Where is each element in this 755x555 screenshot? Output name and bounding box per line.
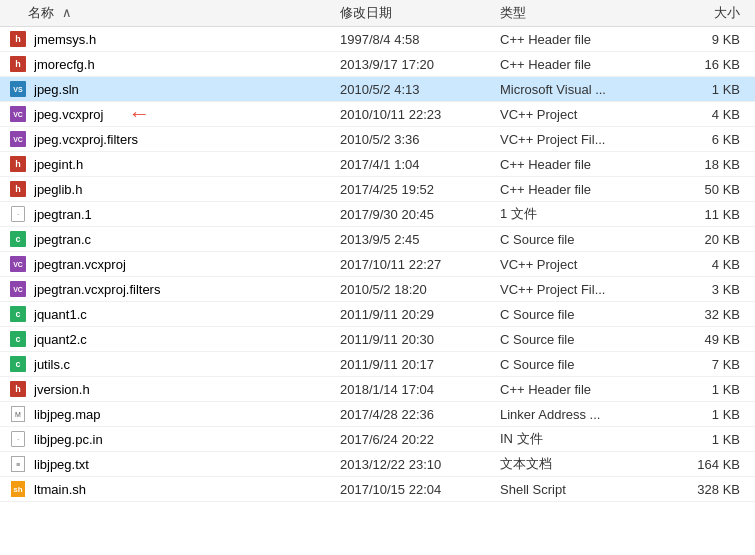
file-size: 18 KB xyxy=(670,157,750,172)
file-size: 328 KB xyxy=(670,482,750,497)
table-row[interactable]: VC jpeg.vcxproj 2010/10/11 22:23 VC++ Pr… xyxy=(0,102,755,127)
col-date-label: 修改日期 xyxy=(340,5,392,20)
file-icon-h: h xyxy=(6,180,30,198)
table-row[interactable]: VC jpegtran.vcxproj 2017/10/11 22:27 VC+… xyxy=(0,252,755,277)
file-name-cell: c jquant1.c xyxy=(0,305,340,323)
file-size: 6 KB xyxy=(670,132,750,147)
table-row[interactable]: c jutils.c 2011/9/11 20:17 C Source file… xyxy=(0,352,755,377)
file-icon-vcxproj: VC xyxy=(6,105,30,123)
file-type: C Source file xyxy=(500,307,670,322)
file-icon-map: M xyxy=(6,405,30,423)
file-name: jpegtran.vcxproj.filters xyxy=(34,282,160,297)
file-name-cell: h jmemsys.h xyxy=(0,30,340,48)
table-row[interactable]: c jpegtran.c 2013/9/5 2:45 C Source file… xyxy=(0,227,755,252)
table-row[interactable]: h jmemsys.h 1997/8/4 4:58 C++ Header fil… xyxy=(0,27,755,52)
file-name: jquant1.c xyxy=(34,307,87,322)
file-date: 2013/12/22 23:10 xyxy=(340,457,500,472)
file-icon-vcxproj: VC xyxy=(6,130,30,148)
file-name: jversion.h xyxy=(34,382,90,397)
file-type: VC++ Project xyxy=(500,107,670,122)
col-name-label: 名称 xyxy=(28,5,54,20)
file-size: 4 KB xyxy=(670,257,750,272)
file-type: VC++ Project Fil... xyxy=(500,132,670,147)
file-list: 名称 ∧ 修改日期 类型 大小 h jmemsys.h 1997/8/4 4:5… xyxy=(0,0,755,502)
file-size: 20 KB xyxy=(670,232,750,247)
table-row[interactable]: c jquant1.c 2011/9/11 20:29 C Source fil… xyxy=(0,302,755,327)
col-size-header[interactable]: 大小 xyxy=(670,4,750,22)
file-size: 1 KB xyxy=(670,82,750,97)
table-row[interactable]: · libjpeg.pc.in 2017/6/24 20:22 IN 文件 1 … xyxy=(0,427,755,452)
col-date-header[interactable]: 修改日期 xyxy=(340,4,500,22)
file-name-cell: c jquant2.c xyxy=(0,330,340,348)
file-name: ltmain.sh xyxy=(34,482,86,497)
file-name: jpegint.h xyxy=(34,157,83,172)
file-date: 2017/4/1 1:04 xyxy=(340,157,500,172)
file-name-cell: c jutils.c xyxy=(0,355,340,373)
file-size: 32 KB xyxy=(670,307,750,322)
file-size: 9 KB xyxy=(670,32,750,47)
file-name: jmorecfg.h xyxy=(34,57,95,72)
file-name-cell: h jpegint.h xyxy=(0,155,340,173)
file-name: jquant2.c xyxy=(34,332,87,347)
file-date: 2018/1/14 17:04 xyxy=(340,382,500,397)
table-row[interactable]: VC jpeg.vcxproj.filters 2010/5/2 3:36 VC… xyxy=(0,127,755,152)
table-row[interactable]: h jmorecfg.h 2013/9/17 17:20 C++ Header … xyxy=(0,52,755,77)
file-date: 2011/9/11 20:30 xyxy=(340,332,500,347)
table-row[interactable]: h jpegint.h 2017/4/1 1:04 C++ Header fil… xyxy=(0,152,755,177)
file-name-cell: sh ltmain.sh xyxy=(0,480,340,498)
table-row[interactable]: VS jpeg.sln 2010/5/2 4:13 Microsoft Visu… xyxy=(0,77,755,102)
sort-arrow: ∧ xyxy=(62,5,72,20)
file-name-cell: VC jpeg.vcxproj xyxy=(0,105,340,123)
file-icon-vcxproj: VC xyxy=(6,255,30,273)
col-type-label: 类型 xyxy=(500,5,526,20)
table-row[interactable]: h jpeglib.h 2017/4/25 19:52 C++ Header f… xyxy=(0,177,755,202)
file-date: 2011/9/11 20:17 xyxy=(340,357,500,372)
col-type-header[interactable]: 类型 xyxy=(500,4,670,22)
file-date: 2010/5/2 3:36 xyxy=(340,132,500,147)
file-name: jpeglib.h xyxy=(34,182,82,197)
col-size-label: 大小 xyxy=(714,5,740,20)
file-size: 50 KB xyxy=(670,182,750,197)
file-name: libjpeg.map xyxy=(34,407,101,422)
file-type: C++ Header file xyxy=(500,182,670,197)
table-row[interactable]: VC jpegtran.vcxproj.filters 2010/5/2 18:… xyxy=(0,277,755,302)
file-date: 2017/4/28 22:36 xyxy=(340,407,500,422)
file-type: C++ Header file xyxy=(500,32,670,47)
file-date: 2013/9/5 2:45 xyxy=(340,232,500,247)
table-row[interactable]: M libjpeg.map 2017/4/28 22:36 Linker Add… xyxy=(0,402,755,427)
file-name-cell: h jmorecfg.h xyxy=(0,55,340,73)
col-name-header[interactable]: 名称 ∧ xyxy=(0,4,340,22)
file-name: jutils.c xyxy=(34,357,70,372)
file-name-cell: · jpegtran.1 xyxy=(0,205,340,223)
table-row[interactable]: ≡ libjpeg.txt 2013/12/22 23:10 文本文档 164 … xyxy=(0,452,755,477)
file-icon-c: c xyxy=(6,230,30,248)
file-size: 1 KB xyxy=(670,382,750,397)
table-row[interactable]: sh ltmain.sh 2017/10/15 22:04 Shell Scri… xyxy=(0,477,755,502)
file-date: 2017/9/30 20:45 xyxy=(340,207,500,222)
file-size: 7 KB xyxy=(670,357,750,372)
file-icon-file: · xyxy=(6,205,30,223)
file-icon-h: h xyxy=(6,155,30,173)
file-date: 2017/10/11 22:27 xyxy=(340,257,500,272)
file-icon-sln: VS xyxy=(6,80,30,98)
file-name: jpeg.vcxproj.filters xyxy=(34,132,138,147)
file-date: 1997/8/4 4:58 xyxy=(340,32,500,47)
file-type: C Source file xyxy=(500,232,670,247)
file-type: Microsoft Visual ... xyxy=(500,82,670,97)
file-name: jpegtran.vcxproj xyxy=(34,257,126,272)
file-date: 2017/4/25 19:52 xyxy=(340,182,500,197)
table-row[interactable]: h jversion.h 2018/1/14 17:04 C++ Header … xyxy=(0,377,755,402)
file-name: jpegtran.c xyxy=(34,232,91,247)
file-icon-h: h xyxy=(6,380,30,398)
file-type: IN 文件 xyxy=(500,430,670,448)
file-name: jpeg.sln xyxy=(34,82,79,97)
table-row[interactable]: · jpegtran.1 2017/9/30 20:45 1 文件 11 KB xyxy=(0,202,755,227)
table-row[interactable]: c jquant2.c 2011/9/11 20:30 C Source fil… xyxy=(0,327,755,352)
file-icon-h: h xyxy=(6,55,30,73)
file-type: C++ Header file xyxy=(500,157,670,172)
file-name-cell: VC jpegtran.vcxproj xyxy=(0,255,340,273)
file-icon-txt: ≡ xyxy=(6,455,30,473)
file-type: C++ Header file xyxy=(500,382,670,397)
file-name-cell: M libjpeg.map xyxy=(0,405,340,423)
file-size: 1 KB xyxy=(670,432,750,447)
